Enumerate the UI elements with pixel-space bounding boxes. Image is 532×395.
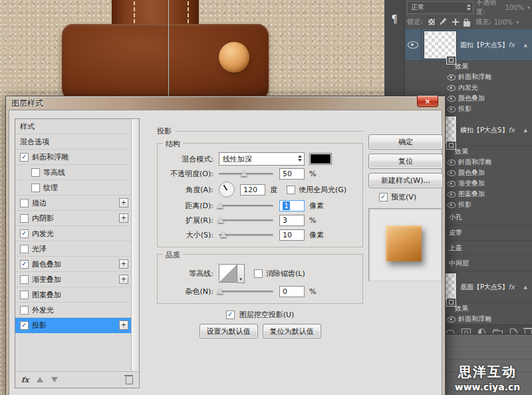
layer-name[interactable]: 圆扣【P大点S】 [460,41,508,50]
visibility-eye-icon[interactable] [448,74,456,80]
chevron-down-icon[interactable]: ▾ [527,5,530,11]
add-instance-icon[interactable]: + [119,213,128,223]
checkbox-unchecked[interactable] [31,184,40,192]
reset-default-button[interactable]: 复位为默认值 [263,324,321,338]
size-slider[interactable] [219,234,273,236]
new-style-button[interactable]: 新建样式(W)... [368,173,443,188]
visibility-eye-icon[interactable] [448,85,456,91]
spread-slider[interactable] [219,219,273,221]
fx-badge[interactable]: fx [509,41,515,49]
contour-thumbnail[interactable] [219,264,237,283]
blend-mode-select[interactable]: 正常 [407,1,473,14]
style-item-pattern-overlay[interactable]: 图案叠加 [15,287,139,303]
contour-picker-icon[interactable]: ▾ [237,264,245,283]
noise-input[interactable]: 0 [279,286,305,297]
style-item-inner-glow[interactable]: ✓内发光 [15,226,139,241]
slider-thumb[interactable] [217,202,223,208]
slider-thumb[interactable] [220,231,227,237]
layer-name[interactable]: 横扣【P大点S】 [460,126,508,135]
slider-thumb[interactable] [217,288,223,294]
layer-name[interactable]: 底面【P大点S】 [460,283,508,292]
fx-menu-icon[interactable]: fx [21,376,29,384]
shadow-color-swatch[interactable] [309,153,332,165]
style-item-color-overlay[interactable]: ✓颜色叠加+ [15,257,139,272]
global-light-checkbox-unchecked[interactable] [287,186,295,194]
move-effect-down-icon[interactable] [51,377,58,382]
knockout-checkbox-checked[interactable]: ✓ [226,311,235,319]
opacity-input[interactable]: 50 [279,168,305,180]
visibility-eye-icon[interactable] [448,317,456,323]
angle-input[interactable]: 120 [240,184,265,196]
style-item-blending-options[interactable]: 混合选项 [15,134,139,150]
style-item-drop-shadow[interactable]: ✓投影+ [15,318,139,333]
ok-button[interactable]: 确定 [368,134,443,150]
layer-thumbnail[interactable] [424,31,456,59]
effects-header[interactable]: 效果 [405,61,532,72]
size-input[interactable]: 10 [279,229,305,241]
style-item-satin[interactable]: 光泽 [15,241,139,257]
opacity-slider[interactable] [219,173,273,175]
fx-badge[interactable]: fx [509,126,515,134]
style-item-outer-glow[interactable]: 外发光 [15,303,139,318]
add-instance-icon[interactable]: + [119,259,128,269]
opacity-value[interactable]: 100% [505,4,524,11]
spread-input[interactable]: 3 [279,215,305,226]
effect-row[interactable]: 斜面和浮雕 [405,72,532,82]
checkbox-checked[interactable]: ✓ [20,321,29,330]
style-item-texture[interactable]: 纹理 [15,180,139,196]
reset-button[interactable]: 复位 [368,154,443,169]
close-button[interactable]: × [417,96,438,107]
move-effect-up-icon[interactable] [37,377,43,382]
add-instance-icon[interactable]: + [119,321,128,330]
visibility-eye-icon[interactable] [408,41,418,49]
visibility-eye-icon[interactable] [448,202,456,208]
checkbox-unchecked[interactable] [31,168,40,177]
shadow-blend-mode-select[interactable]: 线性加深 [219,152,305,166]
chevron-down-icon[interactable]: ▾ [516,19,519,25]
distance-slider[interactable] [219,205,273,207]
style-list-scrollbar[interactable] [131,119,139,371]
lock-all-icon[interactable] [464,21,470,27]
checkbox-unchecked[interactable] [20,291,29,299]
distance-input[interactable]: 1 [279,200,305,211]
visibility-eye-icon[interactable] [448,181,456,187]
checkbox-unchecked[interactable] [20,214,29,223]
checkbox-unchecked[interactable] [20,199,29,207]
paragraph-panel-icon[interactable]: ¶ [388,12,401,27]
dialog-titlebar[interactable]: 图层样式 × [6,96,445,110]
set-default-button[interactable]: 设置为默认值 [200,324,258,338]
effect-row[interactable]: 内发光 [405,82,532,93]
fill-value[interactable]: 100% [494,19,513,26]
checkbox-unchecked[interactable] [20,245,29,253]
style-item-gradient-overlay[interactable]: 渐变叠加+ [15,272,139,287]
style-item-bevel-emboss[interactable]: ✓斜面和浮雕 [15,150,139,165]
collapse-effects-icon[interactable]: ▲ [524,128,527,133]
delete-effect-icon[interactable] [126,377,133,384]
layer-row-round-button[interactable]: 圆扣【P大点S】 fx ▲ [405,29,532,61]
checkbox-checked[interactable]: ✓ [20,229,29,238]
checkbox-unchecked[interactable] [20,306,29,315]
checkbox-unchecked[interactable] [20,275,29,284]
checkbox-checked[interactable]: ✓ [20,260,29,269]
collapse-effects-icon[interactable]: ▲ [524,43,527,48]
visibility-eye-icon[interactable] [448,170,456,176]
preview-checkbox-checked[interactable]: ✓ [379,193,388,201]
style-item-contour[interactable]: 等高线 [15,165,139,180]
noise-slider[interactable] [219,291,273,293]
add-instance-icon[interactable]: + [119,275,128,284]
lock-pixels-icon[interactable] [440,18,448,26]
lock-position-icon[interactable] [452,18,460,26]
visibility-eye-icon[interactable] [448,96,456,102]
anti-alias-checkbox-unchecked[interactable] [254,269,263,278]
visibility-eye-icon[interactable] [448,160,456,166]
slider-thumb[interactable] [217,217,224,223]
slider-thumb[interactable] [241,170,247,176]
collapse-effects-icon[interactable]: ▲ [524,285,527,290]
visibility-eye-icon[interactable] [448,192,456,198]
style-item-inner-shadow[interactable]: 内阴影+ [15,211,139,226]
fx-badge[interactable]: fx [509,283,515,291]
style-item-styles[interactable]: 样式 [15,119,139,134]
lock-transparency-icon[interactable] [428,18,436,26]
angle-dial[interactable] [219,182,235,198]
visibility-eye-icon[interactable] [448,106,456,112]
